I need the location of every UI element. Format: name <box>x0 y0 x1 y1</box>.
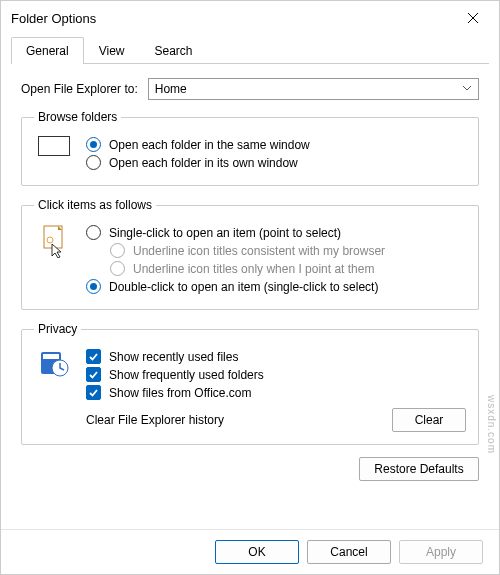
open-to-label: Open File Explorer to: <box>21 82 138 96</box>
open-to-value: Home <box>155 82 187 96</box>
ok-button[interactable]: OK <box>215 540 299 564</box>
clear-history-label: Clear File Explorer history <box>86 413 224 427</box>
radio-same-window[interactable]: Open each folder in the same window <box>86 137 466 152</box>
close-icon <box>467 12 479 24</box>
radio-own-window[interactable]: Open each folder in its own window <box>86 155 466 170</box>
open-to-select[interactable]: Home <box>148 78 479 100</box>
svg-rect-3 <box>43 354 59 359</box>
radio-underline-point: Underline icon titles only when I point … <box>110 261 466 276</box>
close-button[interactable] <box>457 4 489 32</box>
click-legend: Click items as follows <box>34 198 156 212</box>
tab-general[interactable]: General <box>11 37 84 64</box>
tab-search[interactable]: Search <box>140 37 208 64</box>
apply-button[interactable]: Apply <box>399 540 483 564</box>
tab-view[interactable]: View <box>84 37 140 64</box>
radio-single-click[interactable]: Single-click to open an item (point to s… <box>86 225 466 240</box>
click-items-group: Click items as follows Single-click to o… <box>21 198 479 310</box>
check-recent-files[interactable]: Show recently used files <box>86 349 466 364</box>
restore-defaults-button[interactable]: Restore Defaults <box>359 457 479 481</box>
chevron-down-icon <box>462 82 472 96</box>
browse-legend: Browse folders <box>34 110 121 124</box>
radio-underline-browser: Underline icon titles consistent with my… <box>110 243 466 258</box>
privacy-group: Privacy Show recently used files Show fr… <box>21 322 479 445</box>
check-office-files[interactable]: Show files from Office.com <box>86 385 466 400</box>
privacy-legend: Privacy <box>34 322 81 336</box>
dialog-title: Folder Options <box>11 11 96 26</box>
clear-button[interactable]: Clear <box>392 408 466 432</box>
folder-icon <box>34 134 74 156</box>
privacy-icon <box>34 346 74 378</box>
watermark: wsxdn.com <box>486 395 497 454</box>
radio-double-click[interactable]: Double-click to open an item (single-cli… <box>86 279 466 294</box>
check-frequent-folders[interactable]: Show frequently used folders <box>86 367 466 382</box>
cancel-button[interactable]: Cancel <box>307 540 391 564</box>
click-icon <box>34 222 74 258</box>
browse-folders-group: Browse folders Open each folder in the s… <box>21 110 479 186</box>
